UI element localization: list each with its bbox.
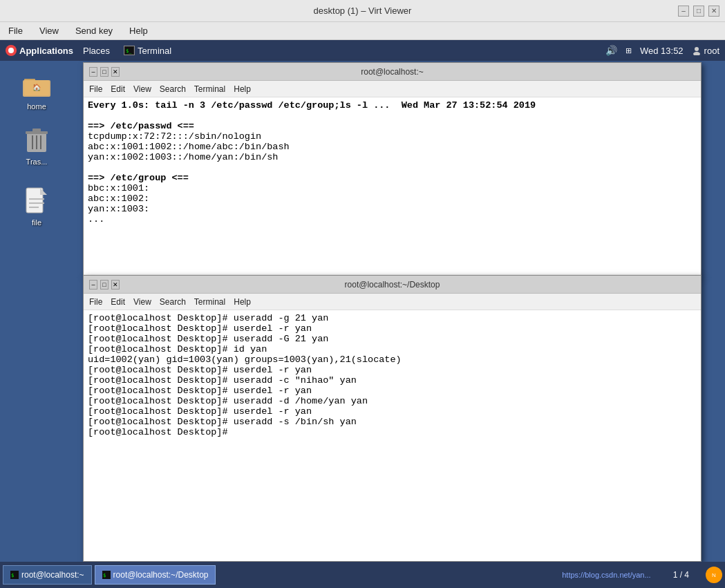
- terminal2-menubar: File Edit View Search Terminal Help: [84, 294, 701, 310]
- home-folder-icon: 🏠: [20, 68, 53, 101]
- term2-menu-search[interactable]: Search: [160, 297, 186, 307]
- term1-menu-edit[interactable]: Edit: [111, 84, 125, 94]
- panel-left: Applications Places $_ Terminal: [6, 44, 176, 57]
- menu-help[interactable]: Help: [126, 24, 151, 37]
- taskbar-btn-2[interactable]: $ root@localhost:~/Desktop: [95, 565, 216, 585]
- term1-menu-file[interactable]: File: [89, 84, 102, 94]
- pager-icon[interactable]: N: [706, 567, 722, 583]
- terminal2-title: root@localhost:~/Desktop: [120, 280, 665, 290]
- username-label: root: [704, 46, 719, 56]
- term2-menu-terminal[interactable]: Terminal: [194, 297, 225, 307]
- svg-marker-16: [40, 188, 47, 195]
- bottom-taskbar: $ root@localhost:~ $ root@localhost:~/De…: [0, 562, 725, 588]
- svg-point-0: [8, 48, 14, 53]
- outer-window-title: desktop (1) – Virt Viewer: [47, 6, 678, 16]
- panel-right: 🔊 ⊞ Wed 13:52 root: [605, 45, 719, 56]
- term2-menu-edit[interactable]: Edit: [111, 297, 125, 307]
- terminal-window-1: – □ ✕ root@localhost:~ File Edit View Se…: [83, 62, 702, 276]
- svg-text:$: $: [103, 573, 106, 578]
- terminal-label: Terminal: [138, 46, 171, 56]
- term1-menu-search[interactable]: Search: [160, 84, 186, 94]
- taskbar-items: $ root@localhost:~ $ root@localhost:~/De…: [3, 565, 216, 585]
- display-icon[interactable]: ⊞: [625, 46, 632, 55]
- taskbar-label-2: root@localhost:~/Desktop: [113, 570, 209, 580]
- terminal1-title: root@localhost:~: [120, 67, 665, 77]
- apps-icon: [6, 45, 17, 56]
- applications-label: Applications: [19, 46, 73, 56]
- outer-titlebar: desktop (1) – Virt Viewer – □ ✕: [0, 0, 725, 22]
- term2-menu-file[interactable]: File: [89, 297, 102, 307]
- terminal-window-2: – □ ✕ root@localhost:~/Desktop File Edit…: [83, 275, 702, 562]
- terminal1-close[interactable]: ✕: [111, 67, 120, 77]
- terminal2-body[interactable]: [root@localhost Desktop]# useradd -g 21 …: [84, 310, 701, 561]
- maximize-button[interactable]: □: [693, 6, 704, 17]
- file-icon-label: file: [32, 218, 41, 227]
- trash-icon-label: Tras...: [26, 158, 48, 166]
- terminal1-menubar: File Edit View Search Terminal Help: [84, 81, 701, 97]
- network-icon: N: [709, 570, 719, 580]
- taskbar-label-1: root@localhost:~: [21, 570, 84, 580]
- outer-menubar: File View Send key Help: [0, 22, 725, 40]
- pager: 1 / 4: [668, 570, 695, 580]
- home-icon-label: home: [27, 102, 46, 111]
- file-icon: [20, 184, 53, 217]
- svg-text:🏠: 🏠: [32, 83, 41, 92]
- terminal1-body[interactable]: Every 1.0s: tail -n 3 /etc/passwd /etc/g…: [84, 97, 701, 274]
- svg-text:$: $: [11, 573, 14, 578]
- user-icon: [692, 46, 702, 55]
- terminal1-titlebar[interactable]: – □ ✕ root@localhost:~: [84, 63, 701, 81]
- taskbar-terminal-icon-2: $: [102, 571, 111, 579]
- term2-menu-help[interactable]: Help: [234, 297, 251, 307]
- top-panel: Applications Places $_ Terminal 🔊 ⊞ Wed …: [0, 40, 725, 61]
- user-applet[interactable]: root: [692, 46, 719, 56]
- close-button[interactable]: ✕: [708, 6, 719, 17]
- svg-text:N: N: [712, 572, 716, 578]
- taskbar-terminal-icon-1: $: [10, 571, 19, 579]
- desktop-content: 🏠 home Tras... file – □ ✕ r: [0, 61, 725, 588]
- svg-point-3: [695, 47, 699, 51]
- trash-icon: [20, 123, 53, 156]
- menu-sendkey[interactable]: Send key: [73, 24, 115, 37]
- terminal2-maximize[interactable]: □: [100, 280, 109, 290]
- terminal-applet[interactable]: $_ Terminal: [120, 44, 176, 57]
- desktop: Applications Places $_ Terminal 🔊 ⊞ Wed …: [0, 40, 725, 588]
- taskbar-url: https://blog.csdn.net/yan...: [562, 571, 656, 579]
- svg-text:$_: $_: [126, 48, 132, 54]
- desktop-icon-file[interactable]: file: [12, 184, 61, 227]
- volume-icon[interactable]: 🔊: [605, 45, 617, 56]
- minimize-button[interactable]: –: [678, 6, 689, 17]
- desktop-icon-trash[interactable]: Tras...: [12, 123, 61, 166]
- desktop-icon-home[interactable]: 🏠 home: [12, 68, 61, 111]
- menu-file[interactable]: File: [6, 24, 26, 37]
- menu-view[interactable]: View: [37, 24, 62, 37]
- term2-menu-view[interactable]: View: [133, 297, 151, 307]
- outer-window-controls: – □ ✕: [678, 6, 719, 17]
- svg-rect-11: [32, 129, 41, 133]
- clock: Wed 13:52: [640, 46, 684, 56]
- term1-menu-view[interactable]: View: [133, 84, 151, 94]
- taskbar-btn-1[interactable]: $ root@localhost:~: [3, 565, 92, 585]
- terminal2-close[interactable]: ✕: [111, 280, 120, 290]
- term1-menu-help[interactable]: Help: [234, 84, 251, 94]
- term1-menu-terminal[interactable]: Terminal: [194, 84, 225, 94]
- terminal1-maximize[interactable]: □: [100, 67, 109, 77]
- terminal2-titlebar[interactable]: – □ ✕ root@localhost:~/Desktop: [84, 276, 701, 294]
- places-menu[interactable]: Places: [79, 44, 114, 57]
- svg-point-4: [693, 52, 700, 55]
- terminal-small-icon: $_: [124, 46, 135, 55]
- terminal1-minimize[interactable]: –: [89, 67, 97, 77]
- applications-menu[interactable]: Applications: [6, 45, 73, 56]
- terminal2-minimize[interactable]: –: [89, 280, 97, 290]
